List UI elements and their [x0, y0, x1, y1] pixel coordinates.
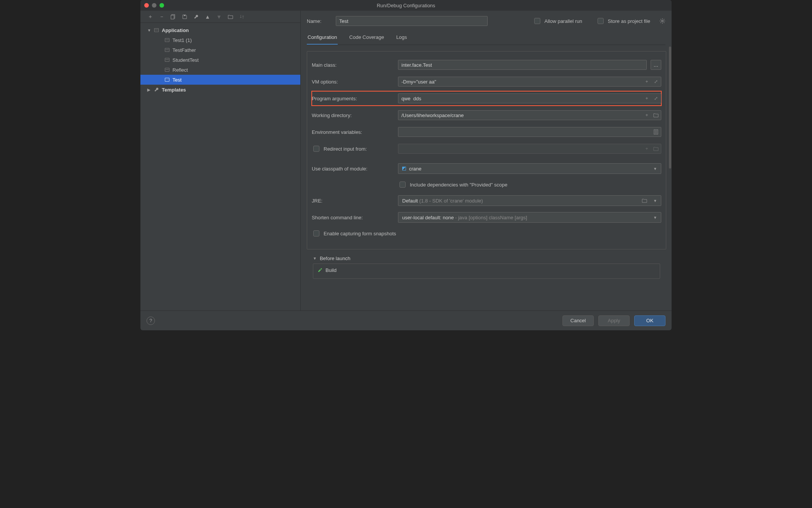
save-icon[interactable]	[182, 14, 188, 20]
tree-item[interactable]: TestFather	[140, 45, 300, 55]
insert-macro-icon: +	[644, 146, 650, 152]
classpath-select[interactable]: crane ▼	[398, 163, 661, 174]
expand-icon[interactable]: ▶	[147, 88, 151, 92]
insert-macro-icon[interactable]: +	[644, 95, 650, 101]
collapse-icon[interactable]: ▼	[313, 256, 317, 260]
name-input[interactable]	[336, 16, 488, 26]
jre-value: Default	[402, 198, 418, 204]
main-class-label: Main class:	[312, 62, 394, 68]
tree-item-selected[interactable]: Test	[140, 75, 300, 85]
before-launch-list[interactable]: Build	[313, 264, 660, 279]
run-config-icon	[164, 48, 170, 52]
tab-logs[interactable]: Logs	[395, 31, 408, 45]
scrollbar-thumb[interactable]	[669, 47, 671, 169]
run-config-icon	[164, 58, 170, 62]
classpath-value: crane	[409, 166, 422, 172]
tree-item[interactable]: Reflect	[140, 65, 300, 75]
name-label: Name:	[307, 18, 329, 24]
checkbox-label: Enable capturing form snapshots	[324, 231, 396, 236]
program-arguments-input[interactable]	[398, 93, 661, 103]
expand-icon[interactable]: ⤢	[653, 79, 659, 85]
shorten-select[interactable]: user-local default: none - java [options…	[398, 212, 661, 223]
sort-icon[interactable]	[239, 14, 245, 20]
run-config-icon	[164, 78, 170, 82]
redirect-input-checkbox[interactable]: Redirect input from:	[312, 145, 394, 153]
application-icon	[153, 28, 160, 32]
chevron-down-icon: ▼	[653, 199, 657, 203]
tree-group-application[interactable]: ▼ Application	[140, 25, 300, 35]
jre-select[interactable]: Default (1.8 - SDK of 'crane' module) ▼	[398, 195, 661, 206]
templates-icon	[153, 87, 160, 92]
checkbox-label: Redirect input from:	[324, 146, 367, 152]
tab-bar: Configuration Code Coverage Logs	[301, 31, 672, 45]
tree-group-templates[interactable]: ▶ Templates	[140, 85, 300, 95]
capture-snapshots-checkbox[interactable]: Enable capturing form snapshots	[312, 229, 396, 238]
row-classpath: Use classpath of module: crane ▼	[312, 161, 661, 176]
wrench-icon[interactable]	[193, 14, 199, 20]
expand-icon[interactable]: ▼	[147, 28, 151, 32]
checkbox-input[interactable]	[534, 18, 540, 24]
cancel-button[interactable]: Cancel	[562, 315, 594, 326]
tab-code-coverage[interactable]: Code Coverage	[348, 31, 385, 45]
insert-macro-icon[interactable]: +	[644, 79, 650, 85]
module-icon	[402, 167, 406, 170]
move-down-icon[interactable]: ▼	[216, 14, 222, 20]
folder-browse-icon[interactable]	[642, 198, 647, 203]
env-vars-label: Environment variables:	[312, 129, 394, 135]
add-icon[interactable]: ＋	[147, 14, 153, 20]
before-launch-section: ▼ Before launch Build	[313, 256, 660, 279]
remove-icon[interactable]: －	[159, 14, 165, 20]
include-provided-checkbox[interactable]: Include dependencies with "Provided" sco…	[398, 180, 508, 189]
jre-label: JRE:	[312, 198, 394, 204]
chevron-down-icon: ▼	[653, 167, 657, 171]
tree-item-label: Reflect	[172, 67, 188, 73]
tree-item[interactable]: StudentTest	[140, 55, 300, 65]
insert-macro-icon[interactable]: +	[644, 112, 650, 118]
apply-button[interactable]: Apply	[598, 315, 630, 326]
move-up-icon[interactable]: ▲	[205, 14, 211, 20]
name-row: Name: Allow parallel run Store as projec…	[301, 11, 672, 31]
before-launch-header[interactable]: ▼ Before launch	[313, 256, 660, 261]
browse-main-class-button[interactable]: …	[651, 60, 661, 70]
window-title: Run/Debug Configurations	[140, 3, 672, 8]
row-vm-options: VM options: + ⤢	[312, 74, 661, 89]
build-icon	[317, 267, 322, 273]
working-directory-input[interactable]	[398, 110, 661, 120]
shorten-value: user-local default: none	[402, 215, 454, 220]
store-project-checkbox[interactable]: Store as project file	[596, 17, 650, 25]
list-browse-icon[interactable]	[653, 129, 659, 135]
expand-icon[interactable]: ⤢	[653, 95, 659, 101]
checkbox-input[interactable]	[313, 146, 319, 152]
dialog-window: Run/Debug Configurations ＋ － ▲ ▼	[140, 0, 672, 330]
tree-group-label: Application	[162, 27, 189, 33]
checkbox-input[interactable]	[400, 182, 406, 188]
checkbox-label: Allow parallel run	[545, 18, 582, 24]
env-vars-input[interactable]	[398, 127, 661, 137]
folder-browse-icon[interactable]	[653, 112, 659, 118]
row-redirect-input: Redirect input from: +	[312, 141, 661, 156]
tab-underline	[307, 45, 665, 45]
copy-icon[interactable]	[170, 14, 176, 20]
scrollbar[interactable]	[669, 45, 672, 310]
allow-parallel-checkbox[interactable]: Allow parallel run	[533, 17, 582, 25]
titlebar: Run/Debug Configurations	[140, 0, 672, 11]
tab-configuration[interactable]: Configuration	[307, 31, 338, 45]
folder-icon[interactable]	[227, 14, 234, 20]
jre-hint: (1.8 - SDK of 'crane' module)	[419, 198, 483, 204]
help-button[interactable]: ?	[147, 317, 155, 325]
before-launch-item[interactable]: Build	[313, 264, 660, 276]
shorten-label: Shorten command line:	[312, 215, 394, 220]
svg-rect-2	[184, 15, 185, 16]
ok-button[interactable]: OK	[634, 315, 665, 326]
config-tree[interactable]: ▼ Application Test1 (1) TestFather Stude…	[140, 23, 300, 310]
shorten-hint: - java [options] className [args]	[455, 215, 527, 220]
tree-item[interactable]: Test1 (1)	[140, 35, 300, 45]
checkbox-input[interactable]	[313, 230, 319, 236]
svg-point-3	[662, 20, 664, 22]
run-config-icon	[164, 38, 170, 42]
main-class-input[interactable]	[398, 60, 647, 70]
program-arguments-label: Program arguments:	[312, 96, 394, 101]
vm-options-input[interactable]	[398, 77, 661, 87]
checkbox-input[interactable]	[598, 18, 604, 24]
gear-icon[interactable]	[659, 18, 665, 24]
